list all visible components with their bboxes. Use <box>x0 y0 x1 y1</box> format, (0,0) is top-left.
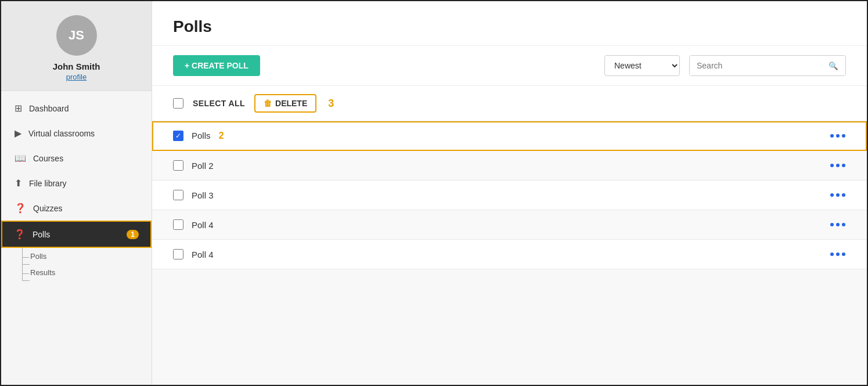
sidebar-item-label: Virtual classrooms <box>28 129 95 138</box>
sidebar-item-label: Dashboard <box>29 104 69 113</box>
app-window: JS John Smith profile ⊞ Dashboard ▶ Virt… <box>0 0 868 386</box>
search-input[interactable] <box>690 56 822 75</box>
avatar: JS <box>56 15 97 56</box>
create-poll-button[interactable]: + CREATE POLL <box>173 55 260 76</box>
dot <box>842 193 845 197</box>
search-icon: 🔍 <box>829 62 838 70</box>
poll-options-1[interactable] <box>830 134 846 138</box>
poll-checkbox-4a[interactable] <box>173 219 183 230</box>
dashboard-icon: ⊞ <box>15 103 22 114</box>
polls-badge: 1 <box>127 230 139 239</box>
sub-nav-results: Results <box>22 264 152 280</box>
dot <box>842 223 845 226</box>
upload-icon: ⬆ <box>15 178 22 189</box>
dot <box>836 193 840 197</box>
dot <box>836 223 840 226</box>
poll-name-1: Polls 2 <box>192 131 830 141</box>
sidebar-item-polls[interactable]: ❓ Polls 1 <box>1 221 152 248</box>
dot <box>836 252 840 256</box>
table-row: Polls 2 <box>152 121 867 151</box>
sidebar-item-file-library[interactable]: ⬆ File library <box>1 171 152 196</box>
sidebar-item-dashboard[interactable]: ⊞ Dashboard <box>1 96 152 121</box>
page-title: Polls <box>173 17 846 36</box>
sidebar-item-label: File library <box>29 179 67 188</box>
poll-checkbox-3[interactable] <box>173 190 183 200</box>
dot <box>842 164 845 167</box>
username-label: John Smith <box>53 62 100 71</box>
sidebar-item-label: Quizzes <box>33 204 63 213</box>
table-row: Poll 3 <box>152 181 867 210</box>
select-all-label[interactable]: SELECT ALL <box>193 99 245 108</box>
trash-icon: 🗑 <box>264 99 272 108</box>
poll-checkbox-4b[interactable] <box>173 249 183 259</box>
poll-options-3[interactable] <box>830 193 846 197</box>
page-header: Polls <box>152 1 867 46</box>
sidebar-item-virtual-classrooms[interactable]: ▶ Virtual classrooms <box>1 121 152 146</box>
table-row: Poll 2 <box>152 151 867 181</box>
sub-nav-polls: Polls <box>22 248 152 264</box>
poll-checkbox-2[interactable] <box>173 160 183 171</box>
question-icon: ❓ <box>15 203 26 214</box>
sidebar-item-courses[interactable]: 📖 Courses <box>1 146 152 171</box>
delete-count-badge: 3 <box>328 98 334 110</box>
action-row: SELECT ALL 🗑 DELETE 3 <box>152 86 867 121</box>
poll-list: Polls 2 Poll 2 <box>152 121 867 385</box>
search-icon-button[interactable]: 🔍 <box>822 56 845 75</box>
sub-nav-polls-link[interactable]: Polls <box>30 248 46 264</box>
polls-sub-nav: Polls Results <box>1 248 152 280</box>
delete-button[interactable]: 🗑 DELETE <box>254 94 316 113</box>
dot <box>836 164 840 167</box>
table-row: Poll 4 <box>152 210 867 240</box>
sort-select[interactable]: Newest Oldest A-Z Z-A <box>604 55 680 76</box>
dot <box>836 134 840 138</box>
poll-name-4a: Poll 4 <box>192 220 830 230</box>
select-all-checkbox[interactable] <box>173 98 183 109</box>
delete-btn-label: DELETE <box>275 99 307 108</box>
table-row: Poll 4 <box>152 240 867 269</box>
polls-icon: ❓ <box>14 229 26 240</box>
dot <box>842 134 845 138</box>
sidebar-item-quizzes[interactable]: ❓ Quizzes <box>1 196 152 221</box>
search-box: 🔍 <box>689 55 846 76</box>
main-content: Polls + CREATE POLL Newest Oldest A-Z Z-… <box>152 1 867 385</box>
profile-link[interactable]: profile <box>66 73 87 81</box>
poll-checkbox-1[interactable] <box>173 131 183 141</box>
dot <box>830 134 834 138</box>
poll-name-2: Poll 2 <box>192 161 830 171</box>
poll-badge-1: 2 <box>219 131 224 140</box>
toolbar: + CREATE POLL Newest Oldest A-Z Z-A 🔍 <box>152 46 867 86</box>
poll-name-4b: Poll 4 <box>192 250 830 259</box>
sidebar: JS John Smith profile ⊞ Dashboard ▶ Virt… <box>1 1 152 385</box>
dot <box>830 193 834 197</box>
book-icon: 📖 <box>15 153 26 164</box>
sidebar-item-label: Courses <box>33 154 63 163</box>
sub-nav-results-link[interactable]: Results <box>30 265 55 280</box>
avatar-section: JS John Smith profile <box>1 1 152 91</box>
dot <box>830 164 834 167</box>
sidebar-item-label: Polls <box>33 230 50 239</box>
poll-options-2[interactable] <box>830 164 846 167</box>
nav-list: ⊞ Dashboard ▶ Virtual classrooms 📖 Cours… <box>1 91 152 385</box>
poll-options-4b[interactable] <box>830 252 846 256</box>
poll-name-3: Poll 3 <box>192 190 830 200</box>
poll-options-4a[interactable] <box>830 223 846 226</box>
dot <box>830 223 834 226</box>
play-icon: ▶ <box>15 128 21 139</box>
dot <box>842 252 845 256</box>
dot <box>830 252 834 256</box>
